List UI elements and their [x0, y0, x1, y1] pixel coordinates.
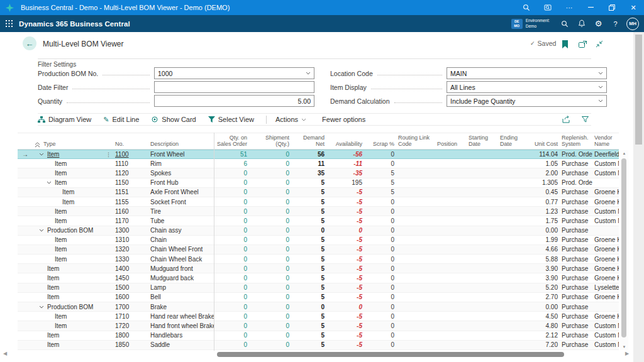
column-header-routing[interactable]: Routing Link Code: [396, 133, 435, 149]
column-header-unit[interactable]: Unit Cost: [532, 133, 560, 149]
settings-gear-icon[interactable]: ⚙: [590, 15, 607, 32]
scroll-down-arrow-icon[interactable]: ▼: [620, 345, 628, 349]
type-link[interactable]: Item: [55, 217, 67, 224]
column-header-replenish[interactable]: Replenish. System: [560, 133, 592, 149]
no-link[interactable]: 1850: [115, 341, 129, 348]
column-header-position[interactable]: Position: [435, 133, 467, 149]
column-header-desc[interactable]: Description: [148, 133, 214, 149]
type-link[interactable]: Item: [47, 293, 59, 300]
no-link[interactable]: 1800: [115, 332, 129, 339]
fewer-options-button[interactable]: Fewer options: [322, 116, 365, 123]
type-link[interactable]: Item: [47, 265, 59, 272]
table-row[interactable]: Item1330Chain Wheel Back005-505.88Purcha…: [18, 255, 619, 264]
window-scrollbar-thumb[interactable]: [635, 35, 642, 145]
table-row[interactable]: Item1110Rim6011-1101.05PurchaseCustom Me…: [18, 159, 619, 168]
table-row[interactable]: Production BOM1700Brake000000.00Purchase: [18, 302, 619, 312]
find-in-window-icon[interactable]: [537, 0, 558, 15]
expand-chevron-icon[interactable]: [39, 305, 44, 309]
expand-chevron-icon[interactable]: [39, 229, 44, 232]
actions-menu-button[interactable]: Actions: [275, 116, 306, 123]
item-display-input[interactable]: All Lines: [447, 81, 607, 93]
more-options-icon[interactable]: ···: [558, 0, 580, 15]
type-link[interactable]: Item: [55, 170, 67, 177]
no-link[interactable]: 1500: [115, 284, 129, 291]
scroll-left-arrow-icon[interactable]: ◀: [3, 351, 7, 356]
window-scrollbar[interactable]: [633, 32, 644, 362]
column-header-marker[interactable]: [18, 133, 33, 149]
type-link[interactable]: Item: [47, 151, 59, 158]
collapse-pane-icon[interactable]: [593, 38, 606, 50]
table-vertical-scrollbar[interactable]: ▲ ▼: [620, 150, 628, 350]
minimize-icon[interactable]: [580, 0, 601, 15]
table-row[interactable]: Item1600Bell005-502.70PurchaseGroene Kat…: [18, 293, 619, 302]
no-link[interactable]: 1400: [115, 265, 129, 272]
column-header-qty[interactable]: Qty. on Sales Order: [214, 133, 249, 149]
type-link[interactable]: Item: [62, 199, 74, 206]
restore-icon[interactable]: [601, 0, 623, 15]
table-row[interactable]: Item1720Hand front wheel Brake005-504.80…: [18, 321, 619, 331]
column-header-vendor[interactable]: Vendor Name: [592, 133, 619, 149]
table-row[interactable]: Item1151Axle Front Wheel005-550.45Purcha…: [18, 188, 619, 197]
table-row[interactable]: Item1450Mudguard back005-503.90PurchaseG…: [18, 273, 619, 283]
scroll-up-arrow-icon[interactable]: ▲: [620, 151, 628, 155]
column-header-end[interactable]: Ending Date: [498, 133, 532, 149]
table-row[interactable]: Item1310Chain005-501.99PurchaseGroene Ka…: [18, 236, 619, 245]
column-header-type[interactable]: Type: [33, 133, 113, 149]
demand-calculation-input[interactable]: Include Page Quantity: [447, 95, 607, 107]
table-row[interactable]: →Item⋮1100Front Wheel51056-560114.04Prod…: [18, 150, 619, 159]
column-header-no[interactable]: No.: [113, 133, 148, 149]
table-row[interactable]: Item1160Tire005-501.23PurchaseCustom Met…: [18, 207, 619, 216]
no-link[interactable]: 1160: [115, 208, 129, 215]
zoom-icon[interactable]: [516, 0, 537, 15]
no-link[interactable]: 1450: [115, 275, 129, 282]
type-link[interactable]: Item: [47, 341, 59, 348]
share-icon[interactable]: [562, 116, 571, 123]
no-link[interactable]: 1310: [115, 236, 129, 243]
app-title[interactable]: Dynamics 365 Business Central: [19, 20, 130, 28]
no-link[interactable]: 1120: [115, 170, 129, 177]
column-header-demand[interactable]: Demand Net: [291, 133, 326, 149]
collapse-all-icon[interactable]: [35, 142, 40, 148]
select-view-button[interactable]: Select View: [208, 116, 254, 123]
no-link[interactable]: 1710: [115, 313, 129, 320]
table-row[interactable]: Item1120Spokes0035-3552.00PurchaseCustom…: [18, 168, 619, 178]
scroll-right-arrow-icon[interactable]: ▶: [625, 351, 629, 356]
no-link[interactable]: 1100: [115, 151, 129, 158]
no-link[interactable]: 1320: [115, 246, 129, 253]
no-link[interactable]: 1720: [115, 322, 129, 329]
quantity-input[interactable]: 5.00: [154, 95, 314, 107]
type-link[interactable]: Item: [55, 179, 67, 186]
edit-line-button[interactable]: ✎ Edit Line: [103, 116, 139, 124]
type-link[interactable]: Item: [55, 313, 67, 320]
column-header-avail[interactable]: Availability: [326, 133, 364, 149]
type-link[interactable]: Item: [47, 275, 59, 282]
type-link[interactable]: Item: [55, 322, 67, 329]
user-avatar[interactable]: MH: [626, 18, 639, 30]
no-link[interactable]: 1110: [115, 160, 128, 167]
notifications-bell-icon[interactable]: [573, 15, 590, 32]
table-vscroll-thumb[interactable]: [621, 158, 626, 337]
no-link[interactable]: 1150: [115, 179, 129, 186]
column-header-scrap[interactable]: Scrap %: [364, 133, 396, 149]
type-link[interactable]: Item: [47, 332, 59, 339]
no-link[interactable]: 1151: [115, 189, 129, 195]
table-hscroll-thumb[interactable]: [217, 352, 564, 357]
environment-badge[interactable]: DE MO: [511, 19, 523, 29]
no-link[interactable]: 1170: [115, 217, 129, 224]
table-row[interactable]: Item1500Lamp005-505.20PurchaseLyselette …: [18, 283, 619, 293]
column-header-trans[interactable]: Trans. Ord. Shipment (Qty.): [249, 133, 291, 149]
back-button[interactable]: ←: [23, 36, 36, 50]
no-link[interactable]: 1300: [115, 227, 129, 234]
type-link[interactable]: Item: [62, 189, 74, 195]
type-link[interactable]: Production BOM: [47, 304, 93, 310]
type-link[interactable]: Production BOM: [47, 227, 93, 234]
no-link[interactable]: 1155: [115, 199, 129, 206]
table-row[interactable]: Item1170Tube005-501.75PurchaseCustom Met…: [18, 216, 619, 226]
help-icon[interactable]: ?: [607, 15, 624, 32]
type-link[interactable]: Item: [47, 284, 59, 291]
table-row[interactable]: Item1710Hand rear wheel Brake005-504.50P…: [18, 312, 619, 321]
filter-funnel-icon[interactable]: [582, 116, 589, 123]
bookmark-icon[interactable]: [558, 38, 571, 50]
production-bom-no-input[interactable]: 1000: [154, 67, 314, 79]
no-link[interactable]: 1330: [115, 256, 129, 263]
